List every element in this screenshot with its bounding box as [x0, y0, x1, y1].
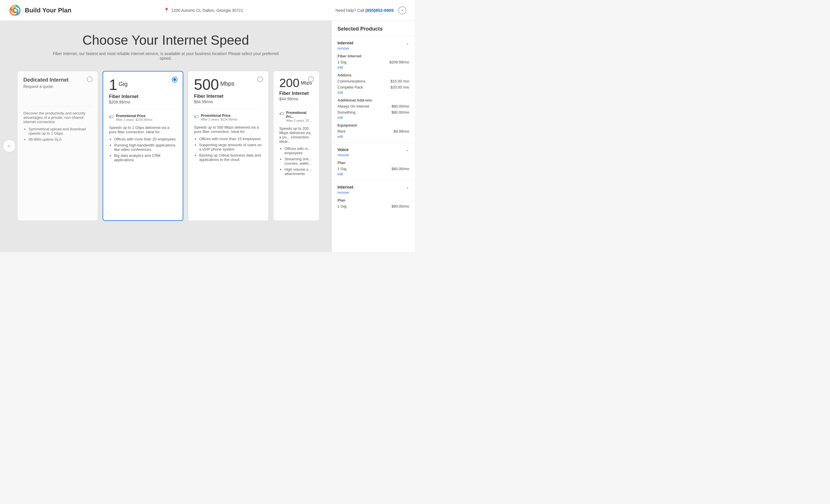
always-on-item: Always On Internet $80.00/mo — [338, 104, 409, 108]
200mbps-price: $44.99/mo — [279, 97, 313, 101]
internet-chevron-icon[interactable]: ⌄ — [406, 41, 409, 45]
1gig-speed: 1 — [109, 76, 117, 93]
sidebar-voice-section: Voice ⌄ remove Plan 1 Gig $80.00/mo edit — [332, 143, 415, 176]
dedicated-radio[interactable] — [87, 76, 93, 82]
something-item: Something $80.00/mo — [338, 110, 409, 115]
500mbps-radio[interactable] — [257, 76, 263, 82]
internet-section-row: Internet ⌄ — [338, 40, 409, 45]
1gig-radio[interactable] — [172, 77, 178, 83]
close-button[interactable]: ✕ — [398, 6, 406, 14]
200mbps-radio[interactable] — [308, 76, 314, 82]
content-area: Choose Your Internet Speed Fiber Interne… — [0, 21, 331, 252]
dedicated-description: Discover the productivity and security a… — [23, 111, 92, 124]
selected-products-sidebar: Selected Products Internet ⌄ remove Fibe… — [331, 21, 415, 252]
internet2-plan-subsection-label: Plan — [338, 198, 409, 202]
1gig-desc: Speeds up to 1 Gbps delivered via a pure… — [109, 125, 177, 134]
header-title: Build Your Plan — [25, 7, 71, 14]
header-location: 📍 1200 Autumn Ct, Dalton, Georgia 30721 — [164, 7, 243, 13]
1gig-promo-label: Promotional Price — [116, 114, 153, 118]
main-content: Choose Your Internet Speed Fiber Interne… — [0, 21, 415, 252]
500mbps-unit: Mbps — [220, 77, 234, 87]
equipment-subsection-label: Equipment — [338, 123, 409, 127]
500mbps-promo-label: Promotional Price — [201, 114, 237, 118]
200mbps-card[interactable]: 200 Mbps Fiber Internet $44.99/mo 🏷 Prom… — [273, 71, 319, 221]
internet2-section-row: Internet ⌄ — [338, 185, 409, 189]
fiber-internet-edit-link[interactable]: edit — [338, 65, 409, 69]
200mbps-type: Fiber Internet — [279, 91, 313, 96]
dedicated-internet-card[interactable]: Dedicated Internet Request a quote Disco… — [17, 71, 98, 221]
internet2-plan-item: 1 Gig $80.00/mo — [338, 204, 409, 209]
addons-subsection-label: Addons — [338, 73, 409, 77]
voice-plan-item: 1 Gig $80.00/mo — [338, 167, 409, 171]
sidebar-title: Selected Products — [338, 26, 383, 32]
200mbps-promo-sub: After 2 years. $7... — [286, 119, 313, 122]
voice-chevron-icon[interactable]: ⌄ — [406, 147, 409, 152]
200mbps-speed: 200 — [279, 76, 299, 90]
dedicated-subtitle: Request a quote — [23, 84, 92, 89]
logo-icon — [9, 4, 21, 17]
promo-tag-icon-2: 🏷 — [194, 114, 198, 119]
sidebar-internet-section: Internet ⌄ remove Fiber Internet 1 Gig $… — [332, 36, 415, 139]
500mbps-speed: 500 — [194, 76, 219, 93]
1gig-bullets: Offices with more than 20 employees Runn… — [109, 137, 177, 164]
fiber-internet-item: 1 Gig $209.99/mo — [338, 60, 409, 64]
page-heading: Choose Your Internet Speed — [17, 32, 314, 48]
internet-section-label: Internet — [338, 40, 353, 45]
prev-button[interactable]: ← — [3, 139, 15, 152]
internet2-chevron-icon[interactable]: ⌄ — [406, 185, 409, 189]
additional-addons-subsection-label: Additional Add-ons — [338, 98, 409, 102]
complete-pack-item: Complete Pack $20.00 /mo — [338, 85, 409, 89]
500mbps-price: $94.99/mo — [194, 99, 262, 104]
location-icon: 📍 — [164, 7, 169, 13]
help-text: Need help? Call (855)852-0905 — [336, 8, 394, 13]
500mbps-card[interactable]: 500 Mbps Fiber Internet $94.99/mo 🏷 Prom… — [188, 71, 268, 221]
voice-remove-link[interactable]: remove — [338, 153, 409, 157]
1gig-type: Fiber Internet — [109, 94, 177, 99]
1gig-unit: Gig — [119, 77, 127, 87]
header-left: Build Your Plan — [9, 4, 71, 17]
voice-plan-subsection-label: Plan — [338, 161, 409, 165]
page-subheading: Fiber Internet, our fastest and most rel… — [51, 51, 281, 61]
500mbps-desc: Speeds up to 500 Mbps delivered via a pu… — [194, 125, 262, 134]
fiber-internet-subsection-label: Fiber Internet — [338, 54, 409, 58]
equipment-rent-item: Rent $9.99/mo — [338, 129, 409, 133]
sidebar-header: Selected Products — [332, 21, 415, 36]
dedicated-title: Dedicated Internet — [23, 77, 92, 83]
200mbps-promo: 🏷 Promotional Pri... After 2 years. $7..… — [279, 111, 313, 122]
cards-container: Dedicated Internet Request a quote Disco… — [17, 71, 314, 221]
header: Build Your Plan 📍 1200 Autumn Ct, Dalton… — [0, 0, 415, 21]
location-text: 1200 Autumn Ct, Dalton, Georgia 30721 — [171, 8, 243, 13]
500mbps-promo-sub: After 2 years. $124.99/mo — [201, 118, 237, 121]
internet2-section-label: Internet — [338, 185, 353, 189]
500mbps-bullets: Offices with more than 15 employees Supp… — [194, 137, 262, 163]
promo-tag-icon: 🏷 — [109, 115, 114, 120]
1gig-promo-sub: After 2 years. $239.99/mo — [116, 118, 153, 121]
dedicated-bullets: Symmetrical upload and download speeds u… — [23, 127, 92, 143]
promo-tag-icon-3: 🏷 — [279, 111, 284, 117]
1gig-card[interactable]: 1 Gig Fiber Internet $209.99/mo 🏷 Promot… — [103, 71, 183, 221]
internet2-remove-link[interactable]: remove — [338, 191, 409, 195]
1gig-promo: 🏷 Promotional Price After 2 years. $239.… — [109, 114, 177, 121]
500mbps-type: Fiber Internet — [194, 94, 262, 99]
500mbps-promo: 🏷 Promotional Price After 2 years. $124.… — [194, 114, 262, 121]
voice-section-row: Voice ⌄ — [338, 147, 409, 152]
addons-edit-link[interactable]: edit — [338, 91, 409, 95]
phone-number[interactable]: (855)852-0905 — [365, 8, 394, 13]
200mbps-promo-label: Promotional Pri... — [286, 111, 313, 119]
header-right: Need help? Call (855)852-0905 ✕ — [336, 6, 406, 14]
communications-item: Communications $15.00 /mo — [338, 79, 409, 83]
200mbps-bullets: Offices with m... employees Streaming on… — [279, 147, 313, 178]
voice-edit-link[interactable]: edit — [338, 172, 409, 176]
200mbps-desc: Speeds up to 200 Mbps delivered via a pu… — [279, 126, 313, 144]
sidebar-internet2-section: Internet ⌄ remove Plan 1 Gig $80.00/mo — [332, 181, 415, 209]
equipment-edit-link[interactable]: edit — [338, 135, 409, 139]
additional-addons-edit-link[interactable]: edit — [338, 116, 409, 120]
internet-remove-link[interactable]: remove — [338, 46, 409, 51]
voice-section-label: Voice — [338, 147, 349, 152]
1gig-price: $209.99/mo — [109, 100, 177, 104]
